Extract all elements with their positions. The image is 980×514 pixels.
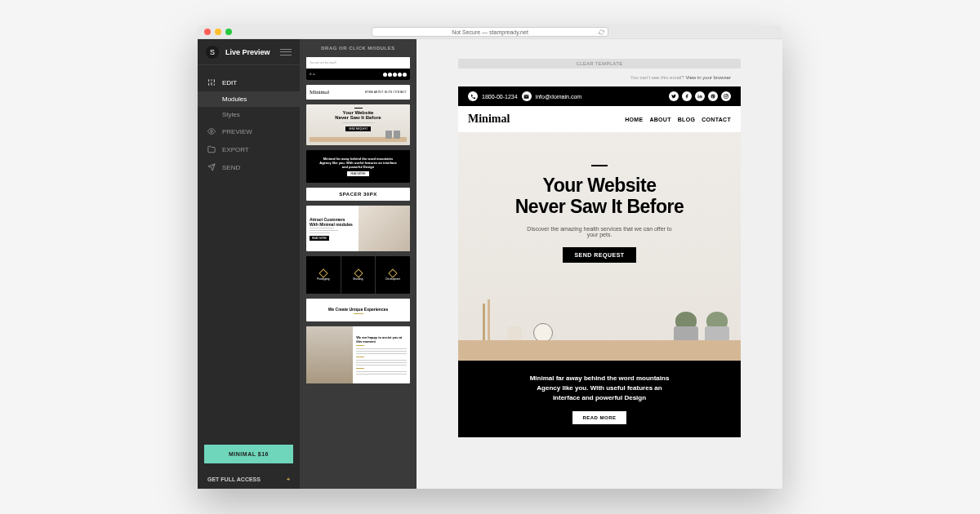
subnav-styles[interactable]: Styles [198,107,300,122]
pinterest-icon[interactable] [708,91,718,101]
sidebar: S Live Preview EDIT Modules Styles P [198,39,300,489]
nav-send-label: SEND [222,164,240,171]
module-thumb-spacer[interactable]: SPACER 30PX [306,188,410,201]
linkedin-icon[interactable] [695,91,705,101]
module-thumb-services[interactable]: Prototyping Branding Development [306,256,410,294]
browser-view-row: You can't see this email? View in your b… [458,69,741,86]
brand-logo: Minimal [468,113,510,126]
module-panel: DRAG OR CLICK MODULES You can't see this… [300,39,416,489]
instagram-icon[interactable] [721,91,731,101]
subnav-modules[interactable]: Modules [198,91,300,107]
nav-about[interactable]: ABOUT [649,117,670,122]
plane-icon [207,163,216,171]
module-thumb-team[interactable]: We are happy to assist you at this momen… [306,326,410,383]
email-nav: Minimal HOME ABOUT BLOG CONTACT [458,106,741,132]
get-access-row[interactable]: GET FULL ACCESS + [198,470,300,489]
nav-contact[interactable]: CONTACT [702,117,731,122]
callout-text: Minimal far away behind the word mountai… [483,374,716,403]
module-thumb-attract[interactable]: Attract Customers With Minimal modules R… [306,206,410,251]
nav-preview-label: PREVIEW [222,128,252,135]
module-thumb-nav[interactable]: MinimalHOME ABOUT BLOG CONTACT [306,85,410,100]
buy-button[interactable]: MINIMAL $16 [204,445,293,463]
sidebar-nav: EDIT Modules Styles PREVIEW EXPORT [198,65,300,438]
hero-image [458,312,741,361]
module-thumb-topbar[interactable]: You can't see this email? ✆ ✉ [306,57,410,80]
preview-area[interactable]: CLEAR TEMPLATE You can't see this email?… [416,39,782,489]
svg-point-6 [211,131,213,133]
read-more-button[interactable]: READ MORE [572,411,626,424]
nav-send[interactable]: SEND [198,158,300,176]
clear-template-button[interactable]: CLEAR TEMPLATE [458,59,741,69]
module-panel-heading: DRAG OR CLICK MODULES [306,39,410,57]
email-topbar: 1800-00-1234 info@domain.com [458,86,741,106]
phone-text: 1800-00-1234 [482,94,518,100]
hero-title: Your Website Never Saw It Before [474,175,724,218]
url-text: stampready.net [489,29,528,35]
module-thumb-blackbox[interactable]: Minimal far away behind the word mountai… [306,150,410,183]
twitter-icon[interactable] [669,91,679,101]
nav-home[interactable]: HOME [625,117,643,122]
eye-icon [207,127,216,135]
url-bar[interactable]: Not Secure — stampready.net [372,27,608,37]
module-thumb-unique[interactable]: We Create Unique Experiences [306,299,410,321]
plus-icon: + [287,476,290,482]
close-icon[interactable] [204,29,211,35]
reload-icon[interactable] [599,29,604,35]
social-icons [669,91,731,101]
view-browser-link[interactable]: View in your browser [685,75,731,80]
facebook-icon[interactable] [682,91,692,101]
module-thumb-hero[interactable]: Your Website Never Saw It Before SEND RE… [306,104,410,145]
minimize-icon[interactable] [215,29,221,35]
email-template: CLEAR TEMPLATE You can't see this email?… [458,59,741,437]
sidebar-footer: MINIMAL $16 [198,438,300,470]
email-text: info@domain.com [536,94,582,100]
cant-see-text: You can't see this email? [630,75,684,80]
app-title: Live Preview [225,48,274,56]
sidebar-header: S Live Preview [198,39,300,65]
nav-preview[interactable]: PREVIEW [198,122,300,140]
hero-subtitle: Discover the amazing health services tha… [526,226,673,237]
svg-point-10 [725,95,727,97]
phone-icon [468,91,478,101]
get-access-label: GET FULL ACCESS [207,476,261,482]
maximize-icon[interactable] [225,29,232,35]
nav-edit-label: EDIT [222,79,237,86]
email-icon [522,91,532,101]
nav-edit[interactable]: EDIT [198,73,300,91]
send-request-button[interactable]: SEND REQUEST [563,247,635,263]
folder-icon [207,145,216,153]
hero-section: Your Website Never Saw It Before Discove… [458,132,741,361]
app-logo: S [206,46,219,59]
hero-divider [591,165,608,166]
url-security: Not Secure — [452,29,488,35]
menu-icon[interactable] [280,49,292,55]
svg-point-11 [727,95,728,95]
sliders-icon [207,78,216,86]
titlebar: Not Secure — stampready.net [198,25,782,39]
browser-window: Not Secure — stampready.net S Live Previ… [198,25,782,489]
nav-export[interactable]: EXPORT [198,140,300,158]
nav-blog[interactable]: BLOG [678,117,695,122]
black-callout: Minimal far away behind the word mountai… [458,361,741,437]
traffic-lights [204,29,232,35]
nav-export-label: EXPORT [222,146,249,153]
